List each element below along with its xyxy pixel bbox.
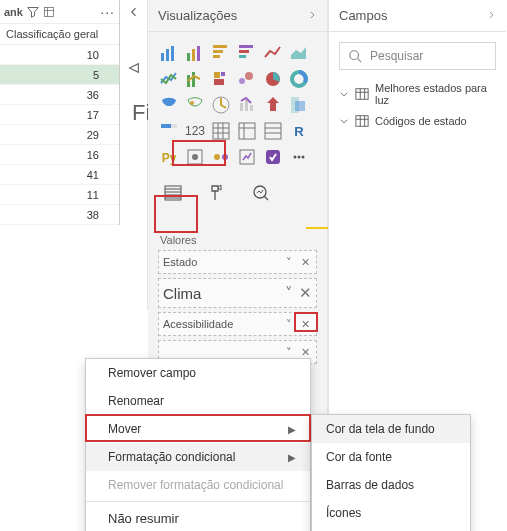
more-icon[interactable]: ··· — [100, 4, 115, 20]
table-row[interactable]: 16 — [0, 145, 119, 165]
viz-type-icon[interactable] — [288, 94, 310, 116]
viz-type-icon[interactable] — [158, 94, 180, 116]
collapse-pane-icon[interactable] — [128, 6, 140, 21]
format-tab[interactable] — [204, 180, 230, 206]
chevron-down-icon[interactable]: ˅ — [282, 317, 296, 331]
expand-pane-icon[interactable] — [307, 8, 317, 23]
menu-item[interactable]: Ícones — [312, 499, 470, 527]
chevron-down-icon[interactable]: ˅ — [282, 345, 296, 359]
menu-item[interactable]: Renomear — [86, 387, 310, 415]
viz-type-icon[interactable] — [236, 94, 258, 116]
table-row[interactable]: 38 — [0, 205, 119, 225]
remove-field-icon[interactable]: ✕ — [298, 317, 312, 331]
svg-point-49 — [350, 51, 359, 60]
menu-item[interactable]: Barras de dados — [312, 471, 470, 499]
menu-item[interactable]: Mover▶ — [86, 415, 310, 443]
svg-rect-3 — [171, 46, 174, 61]
viz-type-icon[interactable] — [210, 120, 232, 142]
svg-rect-16 — [214, 72, 220, 78]
chevron-down-icon[interactable]: ˅ — [282, 286, 296, 300]
svg-rect-12 — [239, 55, 246, 58]
table-row[interactable]: 10 — [0, 45, 119, 65]
viz-type-icon[interactable] — [210, 42, 232, 64]
svg-point-40 — [214, 154, 220, 160]
menu-item[interactable]: Cor da tela de fundo — [312, 415, 470, 443]
search-icon — [348, 49, 362, 63]
viz-type-icon[interactable] — [184, 94, 206, 116]
viz-type-icon[interactable] — [236, 68, 258, 90]
menu-item[interactable]: Não resumir — [86, 504, 310, 531]
svg-rect-10 — [239, 45, 253, 48]
svg-point-39 — [192, 154, 198, 160]
viz-type-icon[interactable] — [262, 94, 284, 116]
table-row[interactable]: 11 — [0, 185, 119, 205]
viz-type-icon[interactable]: R — [288, 120, 310, 142]
svg-text:Py: Py — [162, 151, 177, 165]
viz-type-icon[interactable] — [210, 68, 232, 90]
svg-point-46 — [302, 156, 305, 159]
table-row[interactable]: 41 — [0, 165, 119, 185]
viz-type-icon[interactable] — [184, 146, 206, 168]
field-well-estado[interactable]: Estado ˅ ✕ — [158, 250, 317, 274]
svg-point-44 — [294, 156, 297, 159]
conditional-formatting-submenu: Cor da tela de fundoCor da fonteBarras d… — [311, 414, 471, 531]
svg-rect-2 — [166, 49, 169, 61]
viz-type-icon[interactable]: 123 — [184, 120, 206, 142]
viz-type-icon[interactable]: Py — [158, 146, 180, 168]
table-item[interactable]: Melhores estados para luz — [329, 78, 506, 110]
chevron-down-icon — [339, 116, 349, 126]
table-body: 10536172916411138 — [0, 45, 119, 225]
svg-rect-31 — [161, 124, 171, 128]
field-well-acess[interactable]: Acessibilidade ˅ ✕ — [158, 312, 317, 336]
expand-pane-icon[interactable] — [486, 8, 496, 23]
viz-type-icon[interactable] — [288, 146, 310, 168]
remove-field-icon[interactable]: ✕ — [298, 286, 312, 300]
analytics-tab[interactable] — [248, 180, 274, 206]
menu-item[interactable]: URL da Web — [312, 527, 470, 531]
search-input[interactable]: Pesquisar — [339, 42, 496, 70]
viz-type-icon[interactable] — [210, 146, 232, 168]
col-header[interactable]: Classificação geral — [0, 24, 119, 45]
svg-text:R: R — [294, 124, 304, 139]
viz-type-icon[interactable] — [210, 94, 232, 116]
table-row[interactable]: 5 — [0, 65, 119, 85]
viz-type-icon[interactable] — [158, 120, 180, 142]
viz-type-icon[interactable] — [262, 68, 284, 90]
table-row[interactable]: 36 — [0, 85, 119, 105]
viz-type-icon[interactable] — [158, 68, 180, 90]
viz-type-icon[interactable] — [236, 120, 258, 142]
viz-type-icon[interactable] — [262, 120, 284, 142]
viz-type-icon[interactable] — [288, 68, 310, 90]
viz-type-icon[interactable] — [184, 68, 206, 90]
viz-type-icon[interactable] — [262, 42, 284, 64]
bookmark-icon[interactable] — [127, 61, 141, 78]
svg-rect-4 — [187, 53, 190, 61]
menu-item[interactable]: Formatação condicional▶ — [86, 443, 310, 471]
fields-tab[interactable] — [160, 180, 186, 206]
field-well-label: Acessibilidade — [163, 318, 280, 330]
viz-type-icon[interactable] — [184, 42, 206, 64]
table-options-icon[interactable] — [43, 6, 55, 18]
svg-rect-7 — [213, 45, 227, 48]
menu-item[interactable]: Cor da fonte — [312, 443, 470, 471]
table-item[interactable]: Códigos de estado — [329, 110, 506, 132]
viz-type-icon[interactable] — [262, 146, 284, 168]
table-row[interactable]: 29 — [0, 125, 119, 145]
menu-item[interactable]: Remover campo — [86, 359, 310, 387]
visualization-gallery: 123RPy — [148, 32, 327, 174]
viz-type-icon[interactable] — [158, 42, 180, 64]
svg-rect-17 — [221, 72, 225, 76]
svg-point-19 — [239, 78, 245, 84]
remove-field-icon[interactable]: ✕ — [298, 255, 312, 269]
filter-icon[interactable] — [27, 6, 39, 18]
svg-rect-50 — [356, 89, 368, 100]
remove-field-icon[interactable]: ✕ — [298, 345, 312, 359]
svg-point-41 — [222, 154, 228, 160]
table-row[interactable]: 17 — [0, 105, 119, 125]
viz-type-icon[interactable] — [236, 42, 258, 64]
viz-type-icon[interactable] — [288, 42, 310, 64]
chevron-down-icon[interactable]: ˅ — [282, 255, 296, 269]
field-well-clima[interactable]: Clima ˅ ✕ — [158, 278, 317, 308]
viz-type-icon[interactable] — [236, 146, 258, 168]
submenu-arrow-icon: ▶ — [288, 452, 296, 463]
